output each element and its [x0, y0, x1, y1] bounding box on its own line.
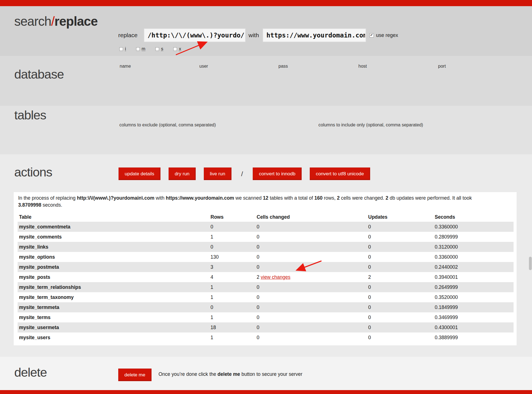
cell-updates: 0 [367, 312, 433, 322]
table-row: mysite_terms1000.3469999 [18, 312, 514, 322]
results-panel: In the process of replacing http:\/\/(ww… [14, 192, 517, 345]
replace-input[interactable] [144, 28, 246, 42]
actions-button-row: update details dry run live run / conver… [119, 167, 370, 180]
section-search-replace: search/replace replace with use regex i … [0, 6, 532, 56]
table-row: mysite_postmeta3000.2440002 [18, 262, 514, 272]
cell-cells-changed: 2 view changes [255, 272, 367, 282]
cell-cells-changed: 0 [255, 242, 367, 252]
delete-note: Once you’re done click the delete me but… [159, 371, 302, 377]
tables-title: tables [14, 108, 46, 122]
results-summary: In the process of replacing http:\/\/(ww… [18, 195, 512, 208]
cell-cells-changed: 0 [255, 302, 367, 312]
cell-rows: 0 [209, 222, 255, 232]
update-details-button[interactable]: update details [119, 167, 160, 180]
cell-updates: 0 [367, 292, 433, 302]
app-logo: search/replace [14, 14, 98, 29]
cell-table-name: mysite_commentmeta [18, 222, 209, 232]
table-row: mysite_term_taxonomy1000.3520000 [18, 292, 514, 302]
replace-label: replace [118, 28, 138, 42]
cell-seconds: 0.2649999 [433, 282, 514, 292]
cell-updates: 0 [367, 282, 433, 292]
view-changes-link[interactable]: view changes [261, 274, 290, 280]
logo-slash: / [51, 14, 55, 29]
col-cells-changed: Cells changed [255, 212, 367, 222]
db-pass-label: pass [278, 64, 288, 69]
top-accent-bar [0, 0, 532, 6]
cell-table-name: mysite_term_taxonomy [18, 292, 209, 302]
flag-m[interactable]: m [136, 47, 145, 51]
cell-table-name: mysite_postmeta [18, 262, 209, 272]
cell-table-name: mysite_terms [18, 312, 209, 322]
section-delete: delete delete me Once you’re done click … [0, 357, 532, 390]
flag-x-checkbox[interactable] [173, 47, 177, 51]
cell-seconds: 0.3120000 [433, 242, 514, 252]
convert-innodb-button[interactable]: convert to innodb [253, 167, 301, 180]
cell-rows: 0 [209, 242, 255, 252]
button-separator: / [240, 170, 245, 178]
exclude-columns-label: columns to exclude (optional, comma sepa… [119, 122, 216, 128]
flag-s[interactable]: s [155, 47, 163, 51]
db-name-label: name [120, 64, 131, 69]
cell-rows: 1 [209, 282, 255, 292]
col-rows: Rows [209, 212, 255, 222]
delete-me-button[interactable]: delete me [118, 369, 152, 381]
col-updates: Updates [367, 212, 433, 222]
cell-cells-changed: 0 [255, 232, 367, 242]
table-row: mysite_links0000.3120000 [18, 242, 514, 252]
cell-cells-changed: 0 [255, 262, 367, 272]
cell-cells-changed: 0 [255, 282, 367, 292]
flag-i[interactable]: i [119, 47, 126, 51]
cell-cells-changed: 0 [255, 312, 367, 322]
cell-seconds: 0.3469999 [433, 312, 514, 322]
include-columns-label: columns to include only (optional, comma… [318, 122, 423, 128]
cell-updates: 0 [367, 222, 433, 232]
results-table: Table Rows Cells changed Updates Seconds… [18, 212, 514, 343]
col-seconds: Seconds [433, 212, 514, 222]
results-table-header: Table Rows Cells changed Updates Seconds [18, 212, 514, 222]
cell-seconds: 0.3889999 [433, 332, 514, 343]
cell-rows: 4 [209, 272, 255, 282]
table-row: mysite_term_relationships1000.2649999 [18, 282, 514, 292]
cell-table-name: mysite_users [18, 332, 209, 343]
table-row: mysite_comments1000.2809999 [18, 232, 514, 242]
with-input[interactable] [263, 28, 366, 42]
cell-updates: 0 [367, 332, 433, 343]
use-regex-checkbox[interactable] [370, 33, 374, 37]
flag-m-label: m [142, 47, 145, 51]
db-user-label: user [199, 64, 208, 69]
section-actions: actions update details dry run live run … [0, 154, 532, 357]
flag-x-label: x [179, 47, 181, 51]
flag-i-checkbox[interactable] [119, 47, 123, 51]
database-title: database [14, 67, 64, 82]
cell-updates: 0 [367, 232, 433, 242]
cell-rows: 18 [209, 322, 255, 332]
cell-rows: 130 [209, 252, 255, 262]
cell-table-name: mysite_usermeta [18, 322, 209, 332]
col-table: Table [18, 212, 209, 222]
cell-rows: 0 [209, 302, 255, 312]
cell-seconds: 0.2440002 [433, 262, 514, 272]
cell-rows: 1 [209, 332, 255, 343]
cell-seconds: 0.4300001 [433, 322, 514, 332]
live-run-button[interactable]: live run [204, 167, 231, 180]
cell-table-name: mysite_links [18, 242, 209, 252]
dry-run-button[interactable]: dry run [169, 167, 196, 180]
cell-cells-changed: 0 [255, 292, 367, 302]
cell-seconds: 0.3940001 [433, 272, 514, 282]
flag-x[interactable]: x [173, 47, 181, 51]
use-regex-option[interactable]: use regex [370, 28, 398, 42]
flag-s-checkbox[interactable] [155, 47, 159, 51]
cell-table-name: mysite_term_relationships [18, 282, 209, 292]
cell-table-name: mysite_comments [18, 232, 209, 242]
db-host-label: host [358, 64, 367, 69]
logo-replace: replace [55, 14, 98, 29]
table-row: mysite_users1000.3889999 [18, 332, 514, 343]
with-label: with [249, 28, 259, 42]
cell-seconds: 0.3360000 [433, 222, 514, 232]
flag-m-checkbox[interactable] [136, 47, 140, 51]
scrollbar-thumb[interactable] [529, 257, 532, 270]
convert-utf8-button[interactable]: convert to utf8 unicode [310, 167, 370, 180]
table-row: mysite_posts42 view changes20.3940001 [18, 272, 514, 282]
flag-i-label: i [125, 47, 126, 51]
actions-title: actions [14, 165, 52, 180]
